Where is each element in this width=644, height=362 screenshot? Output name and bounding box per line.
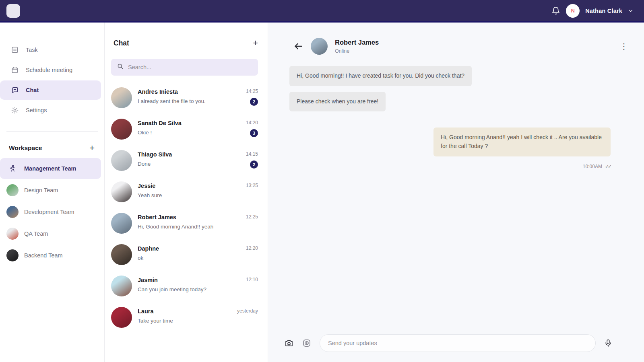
conversation-header: Robert James Online ⋮	[268, 23, 644, 63]
conversation-time: yesterday	[237, 308, 258, 314]
incoming-message: Please check when you are free!	[289, 92, 386, 112]
unread-badge: 2	[250, 160, 258, 169]
conversation-name: Robert James	[138, 214, 240, 220]
conversation-item[interactable]: Jasmin Can you join meeting today? 12:10	[105, 270, 268, 302]
team-avatar	[6, 249, 19, 261]
conversation-preview: Okie !	[138, 130, 240, 136]
sidebar-item-label: Schedule meeting	[26, 67, 72, 73]
new-chat-button[interactable]: +	[253, 39, 258, 47]
team-item-label: QA Team	[24, 230, 48, 237]
conversation-preview: I already sent the file to you.	[138, 98, 240, 104]
sidebar-item-chat[interactable]: Chat	[0, 80, 101, 100]
team-item-label: Design Team	[24, 187, 58, 193]
conversation-name: Daphne	[138, 245, 240, 252]
team-avatar	[6, 206, 19, 218]
sidebar-item-settings[interactable]: Settings	[0, 101, 101, 120]
team-item-design[interactable]: Design Team	[0, 180, 101, 201]
add-workspace-button[interactable]: +	[89, 144, 95, 152]
conversation-time: 14:25	[246, 88, 258, 94]
team-item-management[interactable]: Management Team	[0, 158, 101, 179]
task-icon	[10, 46, 19, 54]
kebab-menu-icon[interactable]: ⋮	[620, 42, 628, 50]
message-input[interactable]	[320, 334, 596, 352]
conversation-name: Jasmin	[138, 277, 240, 283]
conversation-preview: Take your time	[138, 318, 231, 324]
team-avatar	[6, 184, 19, 196]
workspace-title: Workspace	[9, 144, 42, 152]
search-input[interactable]	[128, 64, 252, 70]
sticker-icon[interactable]	[302, 338, 312, 348]
team-item-backend[interactable]: Backend Team	[0, 245, 101, 266]
sidebar-item-label: Chat	[26, 87, 39, 93]
chat-list-panel: Chat + Andres Iniesta I already sent the…	[105, 23, 268, 362]
avatar	[111, 181, 132, 202]
conversation-time: 14:15	[246, 151, 258, 157]
conversation-preview: Hi, Good morning Anand!! yeah	[138, 224, 240, 230]
conversation-time: 12:25	[246, 214, 258, 220]
team-item-label: Management Team	[24, 165, 76, 172]
team-item-label: Development Team	[24, 209, 74, 215]
top-bar: N Nathan Clark	[0, 0, 644, 23]
conversation-item[interactable]: Robert James Hi, Good morning Anand!! ye…	[105, 208, 268, 239]
avatar	[111, 244, 132, 265]
running-person-icon	[6, 165, 19, 173]
conversation-name: Thiago Silva	[138, 151, 240, 158]
conversation-name: Jessie	[138, 183, 240, 189]
message-area: Hi, Good morning!! I have created task f…	[268, 63, 644, 327]
user-name: Nathan Clark	[585, 8, 622, 14]
message-timestamp: 10:00AM	[583, 164, 602, 169]
avatar	[111, 307, 132, 328]
conversation-item[interactable]: Laura Take your time yesterday	[105, 302, 268, 333]
chevron-down-icon[interactable]	[628, 8, 634, 14]
unread-badge: 2	[250, 98, 258, 106]
avatar	[111, 87, 132, 108]
conversation-preview: Yeah sure	[138, 192, 240, 198]
conversation-preview: ok	[138, 255, 240, 261]
conversation-name: Laura	[138, 308, 231, 315]
avatar	[111, 213, 132, 234]
conversation-item[interactable]: Jessie Yeah sure 13:25	[105, 176, 268, 208]
unread-badge: 3	[250, 129, 258, 137]
sidebar-item-task[interactable]: Task	[0, 40, 101, 60]
user-avatar[interactable]: N	[566, 4, 580, 18]
chat-icon	[10, 86, 19, 94]
search-icon	[117, 63, 124, 72]
incoming-message: Hi, Good morning!! I have created task f…	[289, 66, 472, 86]
message-composer	[268, 327, 644, 362]
sidebar-item-label: Settings	[26, 107, 47, 113]
gear-icon	[10, 106, 19, 114]
app-window: N Nathan Clark Task	[0, 0, 644, 362]
avatar	[111, 119, 132, 140]
sidebar-item-label: Task	[26, 47, 38, 53]
read-receipt-icon: ✓✓	[605, 164, 611, 169]
outgoing-message: Hi, Good morning Anand!! yeah I will che…	[433, 128, 611, 156]
online-status: Online	[335, 48, 379, 54]
team-item-label: Backend Team	[24, 252, 63, 259]
team-item-qa[interactable]: QA Team	[0, 223, 101, 244]
conversation-item[interactable]: Daphne ok 12:20	[105, 239, 268, 270]
conversation-item[interactable]: Andres Iniesta I already sent the file t…	[105, 82, 268, 113]
conversation-item[interactable]: Thiago Silva Done 14:15 2	[105, 145, 268, 176]
notifications-bell-icon[interactable]	[551, 6, 560, 15]
conversation-panel: Robert James Online ⋮ Hi, Good morning!!…	[268, 23, 644, 362]
conversation-item[interactable]: Sanath De Silva Okie ! 14:20 3	[105, 113, 268, 145]
conversation-preview: Can you join meeting today?	[138, 286, 240, 292]
sidebar-item-schedule-meeting[interactable]: Schedule meeting	[0, 60, 101, 80]
search-bar[interactable]	[111, 59, 258, 76]
avatar	[311, 38, 328, 55]
camera-icon[interactable]	[284, 338, 294, 348]
back-arrow-icon[interactable]	[293, 41, 303, 51]
sidebar: Task Schedule meeting Chat	[0, 23, 105, 362]
team-item-development[interactable]: Development Team	[0, 202, 101, 222]
team-avatar	[6, 228, 19, 240]
app-logo[interactable]	[6, 4, 20, 18]
microphone-icon[interactable]	[604, 339, 613, 348]
conversation-partner-name: Robert James	[335, 39, 379, 46]
conversation-name: Andres Iniesta	[138, 88, 240, 95]
conversation-time: 12:20	[246, 245, 258, 251]
avatar	[111, 276, 132, 296]
conversation-list: Andres Iniesta I already sent the file t…	[105, 82, 268, 333]
avatar	[111, 150, 132, 171]
conversation-name: Sanath De Silva	[138, 120, 240, 126]
conversation-preview: Done	[138, 161, 240, 167]
